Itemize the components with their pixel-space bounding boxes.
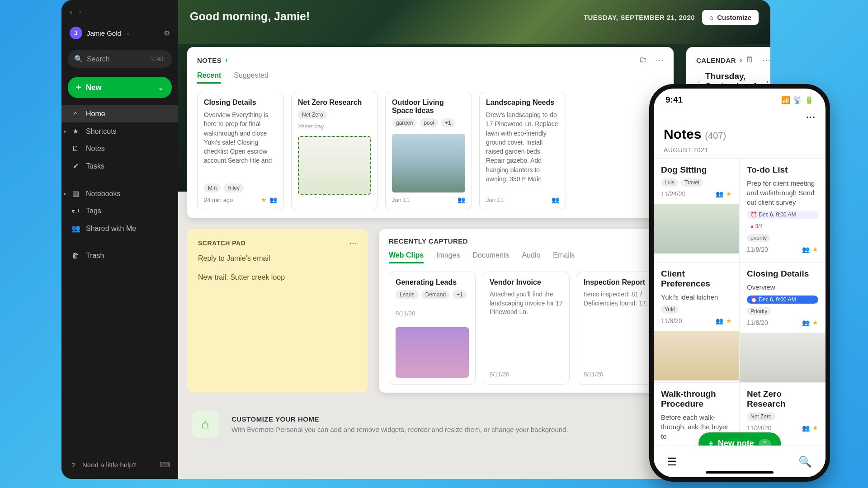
gear-icon[interactable]: ⚙ <box>164 29 170 38</box>
recent-header: RECENTLY CAPTURED <box>389 237 664 245</box>
tag[interactable]: pool <box>420 118 438 127</box>
recent-title: RECENTLY CAPTURED <box>389 237 468 245</box>
more-icon[interactable]: ⋯ <box>656 55 664 65</box>
chevron-down-icon[interactable]: ⌄ <box>126 30 130 36</box>
tag[interactable]: Net Zero <box>747 413 775 421</box>
recent-tab-audio[interactable]: Audio <box>522 251 540 263</box>
tab-suggested[interactable]: Suggested <box>234 71 269 84</box>
shared-icon: 👥 <box>802 319 810 326</box>
recent-date: 9/11/20 <box>396 310 469 317</box>
new-button-label: New <box>86 83 102 92</box>
row2: SCRATCH PAD ⋯ Reply to Jamie's email New… <box>187 229 674 393</box>
calendar-icon[interactable]: 🗓 <box>746 55 754 65</box>
tag-row: LeadsDemand+1 <box>396 290 469 299</box>
tag[interactable]: Riley <box>223 183 244 192</box>
recent-item[interactable]: Vendor InvoiceAttached you'll find the l… <box>483 272 570 385</box>
chevron-down-icon[interactable]: ⌄ <box>158 84 164 91</box>
notes-widget: NOTES › 🗂 ⋯ Recent Suggested Closing Det… <box>187 47 674 218</box>
recent-tab-web-clips[interactable]: Web Clips <box>389 251 424 263</box>
tag[interactable]: Demand <box>421 290 450 299</box>
recent-date: 9/11/20 <box>584 371 657 378</box>
notes-title[interactable]: NOTES <box>197 56 222 64</box>
phone-note-image <box>654 204 739 253</box>
note-card[interactable]: Net Zero ResearchNet ZeroYesterday <box>291 92 378 210</box>
sidebar-item-notes[interactable]: 🗎Notes <box>61 140 178 157</box>
phone-note-title: To-do List <box>747 165 818 175</box>
phone-note-cell[interactable]: To-do ListPrep for client meeting and wa… <box>740 159 826 263</box>
tag[interactable]: Luis <box>661 178 678 187</box>
phone-note-cell[interactable]: Dog SittingLuisTravel11/24/20👥★ <box>654 159 740 263</box>
sidebar-icon: 🗎 <box>71 145 80 153</box>
note-card[interactable]: Closing DetailsOverview Everything is he… <box>197 92 284 210</box>
back-icon[interactable]: ‹ <box>70 7 72 17</box>
menu-icon[interactable]: ☰ <box>667 455 677 468</box>
phone-note-date: 11/24/20 <box>661 190 686 197</box>
phone-note-body: Prep for client meeting and walkthrough … <box>747 178 818 207</box>
new-button[interactable]: + New ⌄ <box>68 77 172 98</box>
sidebar-footer[interactable]: ? Need a little help? ⌨ <box>61 454 178 475</box>
recent-tab-images[interactable]: Images <box>436 251 460 263</box>
sidebar-item-tags[interactable]: 🏷Tags <box>61 202 178 220</box>
sidebar-item-shared-with-me[interactable]: 👥Shared with Me <box>61 220 178 237</box>
recent-item[interactable]: Generating LeadsLeadsDemand+19/11/20 <box>389 272 476 385</box>
tag[interactable]: Net Zero <box>298 110 327 119</box>
sidebar-list: ⌂Home▸★Shortcuts🗎Notes✔Tasks▸▥Notebooks🏷… <box>61 105 178 264</box>
star-icon: ★ <box>726 190 732 197</box>
more-icon[interactable]: ⋯ <box>762 55 770 65</box>
sidebar-item-shortcuts[interactable]: ▸★Shortcuts <box>61 122 178 140</box>
chevron-right-icon[interactable]: › <box>225 56 227 64</box>
tag[interactable]: Travel <box>681 178 703 187</box>
customize-button[interactable]: ⌂ Customize <box>702 10 759 25</box>
calendar-title[interactable]: CALENDAR <box>696 56 736 64</box>
tag[interactable]: +1 <box>453 290 467 299</box>
chevron-right-icon[interactable]: › <box>740 56 742 64</box>
recent-tab-emails[interactable]: Emails <box>553 251 575 263</box>
home-indicator <box>706 471 774 474</box>
phone-note-title: Net Zero Research <box>747 389 818 409</box>
note-card[interactable]: Landscaping NeedsDrew's landscaping to-d… <box>479 92 566 210</box>
keyboard-icon[interactable]: ⌨ <box>160 460 170 469</box>
tab-recent[interactable]: Recent <box>197 71 221 84</box>
phone-note-cell[interactable]: Closing DetailsOverview⏰ Dec 6, 9:00 AMP… <box>740 263 826 383</box>
recent-title: Generating Leads <box>396 278 469 286</box>
note-icon[interactable]: 🗂 <box>639 55 647 65</box>
scratch-pad[interactable]: SCRATCH PAD ⋯ Reply to Jamie's email New… <box>187 229 368 393</box>
sidebar-item-notebooks[interactable]: ▸▥Notebooks <box>61 185 178 202</box>
tag[interactable]: garden <box>392 118 417 127</box>
more-icon[interactable]: ⋯ <box>806 111 816 122</box>
recent-tab-documents[interactable]: Documents <box>473 251 509 263</box>
phone-note-cell[interactable]: Client PreferencesYuki's ideal kitchenYu… <box>654 263 740 383</box>
search-icon[interactable]: 🔍 <box>798 455 812 468</box>
tag[interactable]: Priority <box>747 307 771 315</box>
user-row[interactable]: J Jamie Gold ⌄ ⚙ <box>61 20 178 46</box>
note-title: Landscaping Needs <box>486 99 559 107</box>
tag[interactable]: priority <box>747 234 770 242</box>
note-title: Net Zero Research <box>298 99 371 107</box>
forward-icon[interactable]: › <box>79 7 81 17</box>
note-image <box>392 134 465 192</box>
search-input[interactable]: 🔍 Search ⌥⌘F <box>68 50 172 68</box>
tag-row: Priority <box>747 307 818 315</box>
tag[interactable]: Yuki <box>661 305 679 314</box>
tag[interactable]: Leads <box>396 290 419 299</box>
sidebar-item-home[interactable]: ⌂Home <box>61 105 178 122</box>
sidebar-label: Notes <box>86 145 105 153</box>
note-date: 24 min ago <box>204 197 233 203</box>
sidebar-item-tasks[interactable]: ✔Tasks <box>61 157 178 175</box>
tag[interactable]: +1 <box>441 118 455 127</box>
tag-row: Net Zero <box>747 413 818 421</box>
note-footer: Jun 11👥 <box>486 196 559 203</box>
tag[interactable]: Min <box>204 183 221 192</box>
scratch-title: SCRATCH PAD <box>198 239 245 247</box>
note-card[interactable]: Outdoor Living Space Ideasgardenpool+1Ju… <box>385 92 472 210</box>
caret-icon: ▸ <box>64 191 66 196</box>
hero: Good morning, Jamie! TUESDAY, SEPTEMBER … <box>178 0 770 44</box>
sidebar-icon: 🏷 <box>71 207 80 215</box>
shared-icon: 👥 <box>802 424 810 432</box>
star-icon: ★ <box>726 317 732 324</box>
sidebar-item-trash[interactable]: 🗑Trash <box>61 247 178 264</box>
note-title: Closing Details <box>204 99 277 107</box>
more-icon[interactable]: ⋯ <box>349 238 357 248</box>
reminder-pill: ⏰ Dec 6, 9:00 AM <box>747 211 818 219</box>
phone-month: AUGUST 2021 <box>654 145 826 158</box>
